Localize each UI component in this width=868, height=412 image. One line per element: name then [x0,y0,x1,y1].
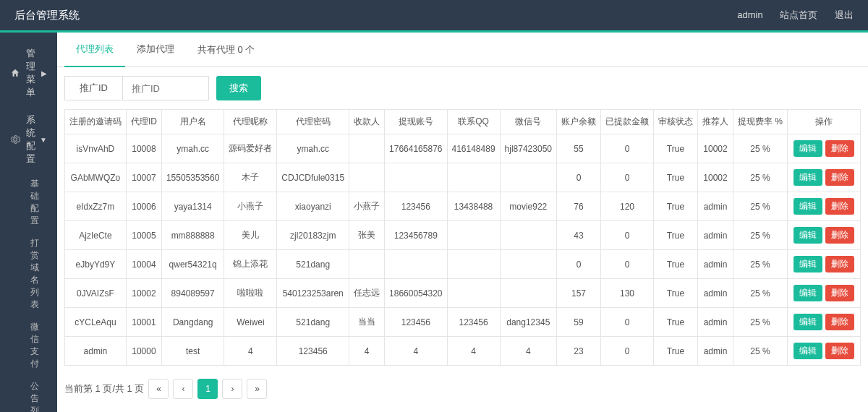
table-cell: 4 [349,337,385,366]
table-cell: Weiwei [224,308,277,337]
search-row: 推广ID 搜索 [57,67,868,109]
sidebar-item-label: 管理菜单 [26,47,41,99]
sidebar-item-admin-menu[interactable]: 管理菜单 ▶ [0,40,57,106]
submenu-system-config: 基础配置 打赏域名列表 微信支付 公告列表 投诉列表 扣量列表 数据备份 [0,173,57,412]
search-input[interactable] [122,76,209,100]
table-cell: isVnvAhD [64,134,126,163]
delete-button[interactable]: 删除 [825,227,854,244]
delete-button[interactable]: 删除 [825,285,854,301]
table-cell: 4 [224,337,277,366]
table-cell: admin [697,192,733,221]
table-cell: AjzIeCte [64,221,126,250]
delete-button[interactable]: 删除 [825,198,854,215]
table-row: isVnvAhD10008ymah.cc源码爱好者ymah.cc17664165… [64,134,860,163]
submenu-item[interactable]: 公告列表 [0,375,57,412]
table-cell [349,163,385,192]
table-cell: xiaoyanzi [277,192,349,221]
table-cell: test [161,337,224,366]
table-cell: 美儿 [224,221,277,250]
table-row: AjzIeCte10005mm888888美儿zjl20183zjm张美1234… [64,221,860,250]
table-cell: 894089597 [161,279,224,308]
edit-button[interactable]: 编辑 [793,198,822,215]
table-cell: 25 % [733,279,787,308]
table-cell: 15505353560 [161,163,224,192]
table-row: admin10000test41234564444230Trueadmin25 … [64,337,860,366]
logout-link[interactable]: 退出 [835,9,854,20]
edit-button[interactable]: 编辑 [793,227,822,244]
table-cell: 0 [600,250,653,279]
table-header: 代理密码 [277,110,349,134]
table-cell: 25 % [733,250,787,279]
submenu-item[interactable]: 打赏域名列表 [0,232,57,316]
tabs: 代理列表 添加代理 共有代理 0 个 [57,33,868,67]
table-cell: 小燕子 [349,192,385,221]
delete-button[interactable]: 删除 [825,343,854,359]
table-cell: mm888888 [161,221,224,250]
search-label: 推广ID [64,76,122,100]
table-cell: 416148489 [447,134,500,163]
gear-icon [10,134,20,145]
pager-first[interactable]: « [148,379,169,399]
table-header: 微信号 [500,110,556,134]
delete-button[interactable]: 删除 [825,140,854,157]
edit-button[interactable]: 编辑 [793,314,822,330]
app-title: 后台管理系统 [14,9,723,22]
table-cell: True [653,308,697,337]
chevron-right-icon: ▶ [41,69,47,77]
tab-add-agent[interactable]: 添加代理 [125,33,186,67]
table-cell: 23 [556,337,600,366]
edit-button[interactable]: 编辑 [793,169,822,186]
pager-prev[interactable]: ‹ [173,379,193,399]
table-cell: True [653,163,697,192]
table-cell: GAbMWQZo [64,163,126,192]
submenu-item[interactable]: 微信支付 [0,316,57,375]
table-cell: 17664165876 [385,134,447,163]
table-header: 提现费率 % [733,110,787,134]
table-cell: admin [697,250,733,279]
table-cell: 25 % [733,308,787,337]
table-cell [447,221,500,250]
edit-button[interactable]: 编辑 [793,256,822,272]
table-cell: 521dang [277,250,349,279]
table-cell: 43 [556,221,600,250]
table-cell: 123456 [385,308,447,337]
table-cell: 4 [447,337,500,366]
table-cell: 0 [600,337,653,366]
table-cell: admin [697,279,733,308]
pager-page-1[interactable]: 1 [197,379,218,399]
submenu-item[interactable]: 基础配置 [0,173,57,232]
table-cell-actions: 编辑删除 [788,250,861,279]
table-cell: 任志远 [349,279,385,308]
delete-button[interactable]: 删除 [825,256,854,272]
table-cell: 18660054320 [385,279,447,308]
table-cell: 10008 [126,134,161,163]
tab-agent-list[interactable]: 代理列表 [64,33,125,67]
delete-button[interactable]: 删除 [825,314,854,330]
table-cell [447,279,500,308]
site-home-link[interactable]: 站点首页 [780,9,817,20]
edit-button[interactable]: 编辑 [793,285,822,301]
search-button[interactable]: 搜索 [216,76,261,100]
edit-button[interactable]: 编辑 [793,343,822,359]
table-cell: admin [697,221,733,250]
table-cell: eJbyYd9Y [64,250,126,279]
user-link[interactable]: admin [737,9,762,20]
pager-last[interactable]: » [247,379,267,399]
edit-button[interactable]: 编辑 [793,140,822,157]
table-header: 已提款金额 [600,110,653,134]
table-header: 账户余额 [556,110,600,134]
table-cell: 25 % [733,134,787,163]
table-cell: yaya1314 [161,192,224,221]
agents-table: 注册的邀请码代理ID用户名代理昵称代理密码收款人提现账号联系QQ微信号账户余额已… [64,109,861,366]
table-cell [447,163,500,192]
table-cell: 木子 [224,163,277,192]
table-cell: 120 [600,192,653,221]
table-cell: True [653,279,697,308]
sidebar-item-system-config[interactable]: 系统配置 ▼ [0,106,57,173]
table-cell-actions: 编辑删除 [788,221,861,250]
table-cell: 76 [556,192,600,221]
delete-button[interactable]: 删除 [825,169,854,186]
topbar-right: admin 站点首页 退出 [723,9,854,22]
pager-next[interactable]: › [222,379,242,399]
table-cell [349,134,385,163]
